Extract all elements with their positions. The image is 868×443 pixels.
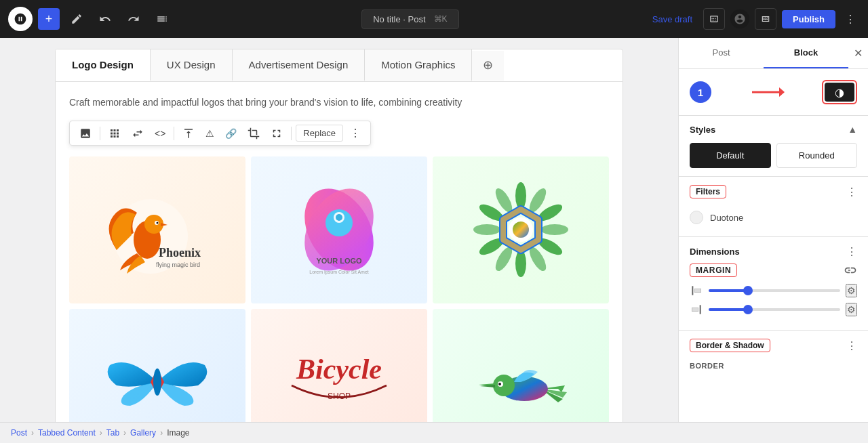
- style-rounded-button[interactable]: Rounded: [776, 143, 858, 168]
- main-layout: Logo Design UX Design Advertisement Desi…: [0, 38, 868, 422]
- avatar[interactable]: [730, 9, 749, 28]
- dimensions-title: Dimensions: [690, 247, 740, 257]
- gallery-item-1[interactable]: YOUR LOGO Lorem Ipsum Color Sit Amet: [251, 156, 427, 303]
- crop-btn[interactable]: [243, 125, 264, 142]
- border-shadow-header: Border & Shadow ⋮: [690, 339, 857, 352]
- undo-button[interactable]: [94, 9, 117, 29]
- save-draft-button[interactable]: Save draft: [647, 10, 698, 28]
- slider-1[interactable]: [709, 284, 840, 297]
- code-view-btn[interactable]: <>: [151, 125, 170, 142]
- link-icon[interactable]: [844, 263, 857, 277]
- svg-point-11: [336, 214, 342, 221]
- toggle-button[interactable]: ◑: [825, 83, 854, 102]
- slider-1-settings[interactable]: ⚙: [846, 284, 857, 297]
- breadcrumb-sep-2: ›: [100, 428, 102, 438]
- gallery-item-5[interactable]: [433, 309, 609, 422]
- svg-point-20: [515, 250, 526, 277]
- border-shadow-more-button[interactable]: ⋮: [846, 339, 857, 352]
- link-btn[interactable]: 🔗: [221, 125, 241, 142]
- post-title-pill[interactable]: No title · Post ⌘K: [361, 9, 458, 29]
- publish-button[interactable]: Publish: [782, 10, 835, 28]
- svg-text:Phoenix: Phoenix: [159, 246, 201, 259]
- border-shadow-section: Border & Shadow ⋮ BORDER: [679, 331, 868, 379]
- gallery-item-0[interactable]: Phoenix flying magic bird: [69, 156, 245, 303]
- more-options-button[interactable]: ⋮: [841, 9, 860, 30]
- block-more-options-button[interactable]: ⋮: [346, 124, 365, 142]
- inspector-button[interactable]: [755, 8, 776, 30]
- filters-badge: Filters: [690, 185, 726, 198]
- breadcrumb-image: Image: [167, 428, 189, 438]
- expand-btn[interactable]: [267, 125, 287, 142]
- editor-wrap: Logo Design UX Design Advertisement Desi…: [44, 38, 634, 422]
- border-label-area: BORDER: [690, 355, 857, 371]
- slider-2-settings[interactable]: ⚙: [846, 303, 857, 316]
- view-button[interactable]: [703, 8, 725, 30]
- margin-right-icon: [690, 303, 703, 316]
- sidebar-close-button[interactable]: ✕: [848, 41, 868, 65]
- svg-point-14: [515, 182, 526, 209]
- arrow-icon: [749, 84, 785, 100]
- post-title: No title · Post: [373, 14, 425, 24]
- step-indicator: 1: [690, 81, 711, 103]
- dimensions-more-button[interactable]: ⋮: [846, 245, 857, 258]
- styles-section-header[interactable]: Styles ▲: [690, 124, 857, 135]
- gallery-item-4[interactable]: Bicycle SHOP: [251, 309, 427, 422]
- image-icon-btn[interactable]: [75, 125, 96, 142]
- tab-ux-design[interactable]: UX Design: [151, 49, 233, 81]
- margin-left-icon: [690, 284, 703, 297]
- gallery-view-btn[interactable]: [104, 125, 125, 142]
- duotone-row: Duotone: [690, 207, 857, 228]
- border-shadow-badge: Border & Shadow: [690, 339, 770, 352]
- gallery-item-2[interactable]: [433, 156, 609, 303]
- svg-text:YOUR LOGO: YOUR LOGO: [316, 257, 362, 265]
- tab-logo-design[interactable]: Logo Design: [56, 49, 151, 81]
- warning-btn[interactable]: ⚠: [201, 125, 218, 142]
- sidebar-tab-post[interactable]: Post: [679, 38, 764, 68]
- gallery-block: Craft memorable and impactful logos that…: [55, 82, 623, 422]
- sidebar-header: Post Block ✕: [679, 38, 868, 69]
- separator-2: [174, 127, 174, 140]
- align-btn[interactable]: [178, 125, 199, 142]
- slider-row-1: ⚙: [690, 284, 857, 297]
- redo-button[interactable]: [122, 9, 145, 29]
- filters-section-header[interactable]: Filters ⋮: [690, 185, 857, 198]
- svg-point-32: [493, 375, 515, 396]
- separator-1: [100, 127, 100, 140]
- breadcrumb-sep-4: ›: [160, 428, 163, 438]
- breadcrumb-gallery[interactable]: Gallery: [130, 428, 156, 438]
- breadcrumb-sep-3: ›: [123, 428, 126, 438]
- tab-advertisement-design[interactable]: Advertisement Design: [233, 49, 366, 81]
- edit-mode-button[interactable]: [65, 9, 88, 29]
- tab-motion-graphics[interactable]: Motion Graphics: [365, 49, 472, 81]
- svg-point-2: [144, 215, 163, 234]
- sidebar-tab-block[interactable]: Block: [764, 38, 848, 68]
- style-default-button[interactable]: Default: [690, 143, 771, 168]
- svg-point-17: [541, 224, 568, 235]
- breadcrumb-post[interactable]: Post: [11, 428, 27, 438]
- tab-bar: Logo Design UX Design Advertisement Desi…: [55, 49, 623, 82]
- svg-rect-38: [694, 289, 701, 292]
- filters-more-button[interactable]: ⋮: [846, 186, 857, 198]
- document-overview-button[interactable]: [151, 9, 174, 29]
- gallery-item-3[interactable]: [69, 309, 245, 422]
- svg-point-23: [473, 224, 500, 235]
- toggle-section: 1 ◑: [679, 69, 868, 116]
- filters-section: Filters ⋮ Duotone: [679, 177, 868, 237]
- add-block-button[interactable]: +: [38, 8, 60, 30]
- styles-collapse-button[interactable]: ▲: [848, 124, 857, 135]
- transform-btn[interactable]: [127, 125, 148, 142]
- duotone-label: Duotone: [710, 213, 743, 223]
- svg-text:SHOP: SHOP: [328, 392, 351, 401]
- add-tab-button[interactable]: ⊕: [472, 51, 504, 81]
- replace-button[interactable]: Replace: [296, 125, 343, 142]
- breadcrumb-tab[interactable]: Tab: [106, 428, 119, 438]
- dimensions-header: Dimensions ⋮: [690, 245, 857, 258]
- slider-2[interactable]: [709, 303, 840, 316]
- separator-3: [291, 127, 292, 140]
- wp-logo: [8, 7, 33, 31]
- breadcrumb-tabbed-content[interactable]: Tabbed Content: [38, 428, 96, 438]
- margin-header: MARGIN: [690, 263, 857, 277]
- title-area: No title · Post ⌘K: [179, 9, 642, 29]
- svg-rect-40: [700, 305, 701, 314]
- sidebar: Post Block ✕ 1 ◑ Styles ▲ Def: [678, 38, 868, 422]
